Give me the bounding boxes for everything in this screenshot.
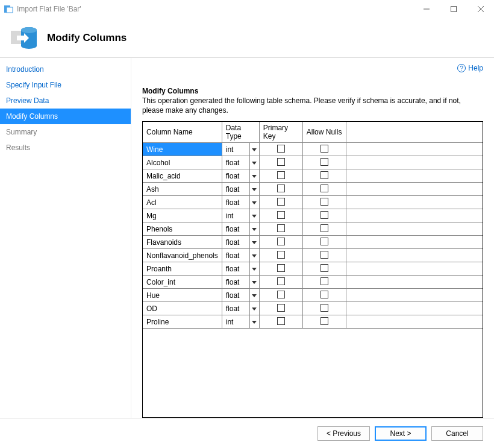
spacer-cell (346, 196, 483, 209)
allow-nulls-checkbox[interactable] (320, 211, 328, 219)
header-allow-nulls[interactable]: Allow Nulls (302, 122, 346, 143)
chevron-down-icon[interactable] (249, 249, 259, 262)
allow-nulls-cell (302, 209, 346, 222)
primary-key-checkbox[interactable] (277, 238, 285, 245)
allow-nulls-checkbox[interactable] (320, 317, 328, 325)
chevron-down-icon[interactable] (249, 315, 259, 328)
sidebar-item-specify-input-file[interactable]: Specify Input File (0, 77, 131, 93)
primary-key-checkbox[interactable] (277, 304, 285, 312)
allow-nulls-checkbox[interactable] (320, 224, 328, 232)
allow-nulls-checkbox[interactable] (320, 277, 328, 285)
chevron-down-icon[interactable] (249, 276, 259, 288)
data-type-cell[interactable]: int (222, 143, 259, 156)
sidebar-item-summary[interactable]: Summary (0, 124, 131, 140)
allow-nulls-checkbox[interactable] (320, 158, 328, 166)
chevron-down-icon[interactable] (249, 156, 259, 169)
data-type-cell[interactable]: int (222, 209, 259, 222)
chevron-down-icon[interactable] (249, 183, 259, 195)
sidebar-item-results[interactable]: Results (0, 140, 131, 156)
primary-key-checkbox[interactable] (277, 171, 285, 179)
column-name-cell[interactable]: Phenols (143, 222, 222, 236)
primary-key-checkbox[interactable] (277, 145, 285, 153)
chevron-down-icon[interactable] (249, 209, 259, 222)
column-name-cell[interactable]: OD (143, 302, 222, 315)
chevron-down-icon[interactable] (249, 143, 259, 156)
column-name-cell[interactable]: Acl (143, 196, 222, 209)
column-name-cell[interactable]: Hue (143, 289, 222, 302)
primary-key-checkbox[interactable] (277, 317, 285, 325)
sidebar-item-label: Modify Columns (6, 112, 58, 121)
sidebar-item-introduction[interactable]: Introduction (0, 62, 131, 77)
main-panel: ? Help Modify Columns This operation gen… (131, 58, 494, 418)
data-type-cell[interactable]: float (222, 262, 259, 276)
app-icon (4, 4, 13, 14)
allow-nulls-checkbox[interactable] (320, 291, 328, 298)
chevron-down-icon[interactable] (249, 289, 259, 301)
chevron-down-icon[interactable] (249, 196, 259, 209)
column-name-cell[interactable]: Mg (143, 209, 222, 222)
primary-key-checkbox[interactable] (277, 291, 285, 298)
allow-nulls-checkbox[interactable] (320, 264, 328, 272)
svg-marker-24 (252, 308, 257, 311)
data-type-cell[interactable]: float (222, 249, 259, 262)
column-name-cell[interactable]: Ash (143, 183, 222, 196)
data-type-cell[interactable]: float (222, 156, 259, 169)
column-name-cell[interactable]: Proline (143, 315, 222, 329)
chevron-down-icon[interactable] (249, 262, 259, 275)
primary-key-checkbox[interactable] (277, 251, 285, 259)
header-column-name[interactable]: Column Name (143, 122, 222, 143)
data-type-cell[interactable]: float (222, 236, 259, 249)
help-icon: ? (457, 64, 466, 72)
wizard-footer: < Previous Next > Cancel (0, 418, 494, 448)
data-type-cell[interactable]: float (222, 169, 259, 183)
allow-nulls-checkbox[interactable] (320, 304, 328, 312)
allow-nulls-checkbox[interactable] (320, 251, 328, 259)
close-button[interactable] (467, 0, 494, 18)
header-primary-key[interactable]: Primary Key (259, 122, 302, 143)
allow-nulls-checkbox[interactable] (320, 198, 328, 206)
data-type-cell[interactable]: float (222, 183, 259, 196)
header-data-type[interactable]: Data Type (222, 122, 259, 143)
chevron-down-icon[interactable] (249, 236, 259, 248)
column-name-cell[interactable]: Alcohol (143, 156, 222, 169)
column-name-cell[interactable]: Flavanoids (143, 236, 222, 249)
primary-key-checkbox[interactable] (277, 224, 285, 232)
allow-nulls-checkbox[interactable] (320, 238, 328, 245)
previous-button[interactable]: < Previous (317, 426, 370, 441)
column-name-cell[interactable]: Color_int (143, 276, 222, 289)
help-link[interactable]: ? Help (457, 64, 483, 72)
column-name-cell[interactable]: Proanth (143, 262, 222, 276)
allow-nulls-checkbox[interactable] (320, 185, 328, 192)
maximize-button[interactable] (440, 0, 467, 18)
primary-key-checkbox[interactable] (277, 185, 285, 192)
data-type-cell[interactable]: float (222, 222, 259, 236)
table-row: Prolineint (143, 315, 483, 329)
sidebar-item-modify-columns[interactable]: Modify Columns (0, 109, 131, 124)
data-type-cell[interactable]: float (222, 302, 259, 315)
column-name-cell[interactable]: Nonflavanoid_phenols (143, 249, 222, 262)
primary-key-checkbox[interactable] (277, 264, 285, 272)
chevron-down-icon[interactable] (249, 222, 259, 235)
primary-key-checkbox[interactable] (277, 211, 285, 219)
svg-marker-13 (252, 162, 257, 165)
chevron-down-icon[interactable] (249, 302, 259, 315)
sidebar-item-preview-data[interactable]: Preview Data (0, 93, 131, 109)
primary-key-cell (259, 196, 302, 209)
column-name-cell[interactable]: Wine (143, 143, 222, 156)
data-type-cell[interactable]: float (222, 196, 259, 209)
spacer-cell (346, 289, 483, 302)
allow-nulls-checkbox[interactable] (320, 171, 328, 179)
data-type-cell[interactable]: int (222, 315, 259, 329)
allow-nulls-checkbox[interactable] (320, 145, 328, 153)
chevron-down-icon[interactable] (249, 169, 259, 182)
data-type-cell[interactable]: float (222, 289, 259, 302)
next-button[interactable]: Next > (375, 426, 427, 441)
column-name-cell[interactable]: Malic_acid (143, 169, 222, 183)
data-type-cell[interactable]: float (222, 276, 259, 289)
spacer-cell (346, 222, 483, 236)
primary-key-checkbox[interactable] (277, 198, 285, 206)
cancel-button[interactable]: Cancel (431, 426, 483, 441)
primary-key-checkbox[interactable] (277, 158, 285, 166)
minimize-button[interactable] (413, 0, 440, 18)
primary-key-checkbox[interactable] (277, 277, 285, 285)
